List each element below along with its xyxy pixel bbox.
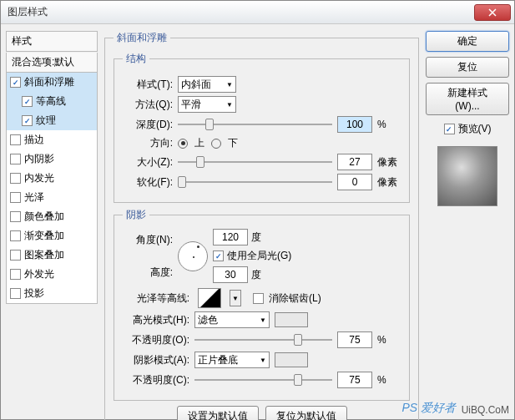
antialias-checkbox[interactable]	[253, 293, 264, 304]
chevron-down-icon: ▼	[226, 81, 233, 89]
angle-dial[interactable]	[178, 241, 208, 271]
direction-label: 方向:	[123, 136, 173, 150]
new-style-button[interactable]: 新建样式(W)...	[426, 83, 509, 115]
gloss-label: 光泽等高线:	[123, 291, 189, 306]
gloss-contour-swatch[interactable]	[198, 288, 221, 308]
style-checkbox-satin[interactable]	[10, 192, 21, 203]
angle-label: 角度(N):	[123, 233, 173, 247]
bevel-group: 斜面和浮雕 结构 样式(T): 内斜面▼ 方法(Q): 平滑▼ 深度(D): %…	[104, 31, 419, 420]
depth-input[interactable]	[337, 116, 372, 133]
ok-button[interactable]: 确定	[426, 31, 509, 52]
right-panel: 确定 复位 新建样式(W)... 预览(V)	[426, 31, 509, 412]
angle-input[interactable]	[213, 229, 248, 245]
style-item-contour[interactable]: 等高线	[7, 92, 97, 111]
size-label: 大小(Z):	[123, 155, 173, 170]
set-default-button[interactable]: 设置为默认值	[177, 406, 259, 420]
watermark-url: UiBQ.CoM	[462, 404, 509, 416]
style-item-bevel[interactable]: 斜面和浮雕	[7, 73, 97, 92]
method-label: 方法(Q):	[123, 98, 173, 112]
style-item-satin[interactable]: 光泽	[7, 188, 97, 207]
style-item-texture[interactable]: 纹理	[7, 111, 97, 130]
close-button[interactable]	[474, 4, 511, 21]
style-select[interactable]: 内斜面▼	[178, 76, 236, 93]
style-item-innerglow[interactable]: 内发光	[7, 169, 97, 188]
style-item-stroke[interactable]: 描边	[7, 130, 97, 149]
gloss-dropdown[interactable]: ▼	[230, 290, 241, 306]
global-light-checkbox[interactable]	[213, 250, 224, 261]
style-item-outerglow[interactable]: 外发光	[7, 265, 97, 284]
shadow-opacity-slider[interactable]	[194, 372, 332, 387]
chevron-down-icon: ▼	[260, 357, 266, 364]
angle-unit: 度	[251, 230, 261, 245]
direction-down-radio[interactable]	[211, 139, 221, 149]
highlight-color-swatch[interactable]	[275, 312, 308, 327]
shading-group: 阴影 角度(N): 高度:	[114, 208, 410, 401]
style-item-innershadow[interactable]: 内阴影	[7, 149, 97, 169]
style-label: 样式(T):	[123, 78, 173, 92]
shadow-mode-select[interactable]: 正片叠底▼	[194, 352, 270, 368]
style-checkbox-outerglow[interactable]	[10, 269, 21, 280]
layer-style-dialog: 图层样式 样式 混合选项:默认 斜面和浮雕等高线纹理描边内阴影内发光光泽颜色叠加…	[0, 0, 515, 420]
soften-slider[interactable]	[178, 175, 332, 190]
reset-default-button[interactable]: 复位为默认值	[265, 406, 347, 420]
antialias-label: 消除锯齿(L)	[269, 291, 321, 306]
highlight-mode-select[interactable]: 滤色▼	[194, 311, 270, 328]
style-item-gradientoverlay[interactable]: 渐变叠加	[7, 226, 97, 245]
style-checkbox-innerglow[interactable]	[10, 173, 21, 184]
soften-label: 软化(F):	[123, 175, 173, 190]
highlight-opacity-slider[interactable]	[194, 332, 332, 347]
shadow-opacity-input[interactable]	[337, 372, 372, 388]
style-label-stroke: 描边	[24, 133, 44, 147]
cancel-button[interactable]: 复位	[426, 57, 509, 78]
preview-thumbnail	[437, 146, 497, 206]
style-checkbox-stroke[interactable]	[10, 134, 21, 145]
style-checkbox-patternoverlay[interactable]	[10, 250, 21, 261]
bevel-legend: 斜面和浮雕	[114, 31, 170, 45]
direction-up-radio[interactable]	[178, 139, 188, 149]
close-icon	[488, 8, 497, 17]
method-select[interactable]: 平滑▼	[178, 96, 236, 113]
titlebar: 图层样式	[1, 1, 514, 24]
structure-legend: 结构	[123, 52, 149, 66]
content: 样式 混合选项:默认 斜面和浮雕等高线纹理描边内阴影内发光光泽颜色叠加渐变叠加图…	[1, 24, 514, 419]
watermark-text: PS 爱好者	[401, 401, 456, 416]
size-slider[interactable]	[178, 154, 332, 170]
styles-header[interactable]: 样式	[6, 31, 98, 52]
highlight-opacity-unit: %	[377, 334, 401, 346]
altitude-unit: 度	[251, 268, 261, 282]
style-checkbox-contour[interactable]	[22, 96, 33, 107]
altitude-label: 高度:	[123, 266, 173, 280]
style-checkbox-gradientoverlay[interactable]	[10, 230, 21, 241]
global-light-label: 使用全局光(G)	[227, 249, 291, 263]
style-item-patternoverlay[interactable]: 图案叠加	[7, 245, 97, 265]
highlight-opacity-label: 不透明度(O):	[123, 333, 189, 347]
style-label-outerglow: 外发光	[24, 267, 54, 281]
preview-row: 预览(V)	[426, 122, 509, 136]
style-item-coloroverlay[interactable]: 颜色叠加	[7, 207, 97, 226]
preview-checkbox[interactable]	[444, 124, 455, 134]
style-label-contour: 等高线	[36, 94, 66, 109]
soften-input[interactable]	[337, 174, 372, 190]
style-label-innershadow: 内阴影	[24, 152, 54, 166]
depth-slider[interactable]	[178, 117, 332, 132]
style-checkbox-innershadow[interactable]	[10, 154, 21, 164]
soften-unit: 像素	[377, 175, 401, 190]
size-input[interactable]	[337, 154, 372, 170]
chevron-down-icon: ▼	[260, 316, 266, 324]
style-item-dropshadow[interactable]: 投影	[7, 284, 97, 303]
style-checkbox-coloroverlay[interactable]	[10, 211, 21, 222]
blend-options[interactable]: 混合选项:默认	[6, 53, 98, 73]
highlight-opacity-input[interactable]	[337, 331, 372, 348]
style-label-patternoverlay: 图案叠加	[24, 248, 64, 262]
altitude-input[interactable]	[213, 266, 248, 283]
depth-unit: %	[377, 119, 401, 130]
shading-legend: 阴影	[123, 208, 149, 222]
shadow-color-swatch[interactable]	[275, 352, 308, 367]
direction-radios: 上 下	[178, 136, 238, 150]
style-label-texture: 纹理	[36, 114, 56, 128]
style-label-satin: 光泽	[24, 190, 44, 205]
chevron-down-icon: ▼	[226, 101, 233, 109]
style-checkbox-bevel[interactable]	[10, 77, 21, 88]
style-checkbox-dropshadow[interactable]	[10, 288, 21, 299]
style-checkbox-texture[interactable]	[22, 115, 33, 126]
